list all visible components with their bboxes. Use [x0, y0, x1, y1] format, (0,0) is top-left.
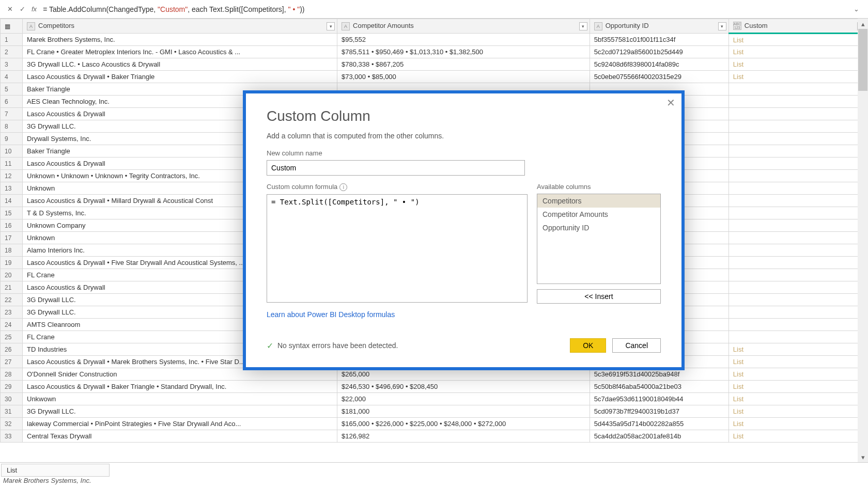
row-number[interactable]: 25 [1, 331, 23, 343]
list-link[interactable]: List [733, 420, 743, 428]
table-row[interactable]: 4Lasco Acoustics & Drywall • Baker Trian… [1, 71, 868, 83]
cell-custom[interactable]: List [729, 343, 867, 356]
cell-custom[interactable] [729, 319, 867, 331]
cell-custom[interactable] [729, 207, 867, 219]
fx-icon[interactable]: fx [29, 5, 39, 13]
row-number[interactable]: 8 [1, 120, 23, 133]
list-link[interactable]: List [733, 345, 743, 353]
cell-opportunity-id[interactable]: 5bf3557581c01f001f11c34f [590, 34, 729, 46]
cell-custom[interactable] [729, 158, 867, 170]
row-number[interactable]: 32 [1, 418, 23, 430]
cell-opportunity-id[interactable]: 5cd0973b7ff29400319b1d37 [590, 405, 729, 418]
filter-dropdown-icon[interactable]: ▾ [327, 22, 335, 30]
row-number[interactable]: 21 [1, 281, 23, 294]
cell-custom[interactable] [729, 232, 867, 244]
formula-check-icon[interactable]: ✓ [20, 5, 25, 13]
row-number[interactable]: 12 [1, 170, 23, 182]
row-number[interactable]: 17 [1, 232, 23, 244]
list-link[interactable]: List [733, 60, 743, 68]
filter-dropdown-icon[interactable]: ▾ [579, 22, 587, 30]
cell-custom[interactable] [729, 195, 867, 207]
row-number[interactable]: 27 [1, 356, 23, 368]
scroll-down-icon[interactable]: ▾ [858, 452, 868, 462]
cell-competitors[interactable]: Lasco Acoustics & Drywall • Baker Triang… [23, 71, 337, 83]
table-row[interactable]: 33G Drywall LLC. • Lasco Acoustics & Dry… [1, 58, 868, 71]
row-number[interactable]: 2 [1, 46, 23, 58]
table-row[interactable]: 2FL Crane • Greater Metroplex Interiors … [1, 46, 868, 58]
formula-expand-icon[interactable]: ⌄ [854, 5, 864, 13]
table-row[interactable]: 30Unkwown$22,0005c7dae953d61190018049b44… [1, 393, 868, 405]
cell-opportunity-id[interactable]: 5c50b8f46aba54000a21be03 [590, 381, 729, 393]
cell-amounts[interactable]: $246,530 • $496,690 • $208,450 [337, 381, 590, 393]
cell-custom[interactable] [729, 145, 867, 158]
row-number[interactable]: 30 [1, 393, 23, 405]
formula-close-icon[interactable]: ✕ [4, 4, 16, 15]
cell-custom[interactable] [729, 83, 867, 96]
column-header-competitors[interactable]: ACompetitors▾ [23, 19, 337, 34]
cell-competitors[interactable]: Marek Brothers Systems, Inc. [23, 34, 337, 46]
cell-amounts[interactable]: $95,552 [337, 34, 590, 46]
filter-dropdown-icon[interactable]: ▾ [718, 22, 726, 30]
cell-custom[interactable]: List [729, 381, 867, 393]
scroll-up-icon[interactable]: ▴ [858, 19, 868, 29]
table-row[interactable]: 29Lasco Acoustics & Drywall • Baker Tria… [1, 381, 868, 393]
cell-opportunity-id[interactable]: 5c2cd07129a856001b25d449 [590, 46, 729, 58]
cell-custom[interactable] [729, 133, 867, 145]
learn-link[interactable]: Learn about Power BI Desktop formulas [267, 310, 395, 319]
row-number[interactable]: 11 [1, 158, 23, 170]
cell-custom[interactable]: List [729, 34, 867, 46]
cell-competitors[interactable]: 3G Drywall LLC. • Lasco Acoustics & Dryw… [23, 58, 337, 71]
row-number[interactable]: 4 [1, 71, 23, 83]
cell-custom[interactable] [729, 331, 867, 343]
row-number[interactable]: 5 [1, 83, 23, 96]
ok-button[interactable]: OK [570, 338, 606, 353]
cell-custom[interactable]: List [729, 46, 867, 58]
list-link[interactable]: List [733, 370, 743, 378]
cell-custom[interactable] [729, 182, 867, 195]
row-number[interactable]: 33 [1, 430, 23, 443]
cell-competitors[interactable]: Unkwown [23, 393, 337, 405]
cell-custom[interactable] [729, 294, 867, 306]
cell-custom[interactable] [729, 306, 867, 319]
cell-custom[interactable] [729, 170, 867, 182]
row-number[interactable]: 28 [1, 368, 23, 381]
table-row[interactable]: 1Marek Brothers Systems, Inc.$95,5525bf3… [1, 34, 868, 46]
row-number[interactable]: 29 [1, 381, 23, 393]
row-number[interactable]: 10 [1, 145, 23, 158]
scroll-thumb[interactable] [858, 29, 867, 91]
info-icon[interactable]: i [339, 183, 347, 191]
cell-amounts[interactable]: $73,000 • $85,000 [337, 71, 590, 83]
cell-amounts[interactable]: $785,511 • $950,469 • $1,013,310 • $1,38… [337, 46, 590, 58]
cell-amounts[interactable]: $165,000 • $226,000 • $225,000 • $248,00… [337, 418, 590, 430]
row-number[interactable]: 9 [1, 133, 23, 145]
row-number[interactable]: 23 [1, 306, 23, 319]
cell-competitors[interactable]: lakeway Commercial • PinPoint Strategies… [23, 418, 337, 430]
cell-opportunity-id[interactable]: 5d4435a95d714b002282a855 [590, 418, 729, 430]
column-header-custom[interactable]: ABC123Custom⤢ [729, 19, 867, 34]
cell-custom[interactable] [729, 96, 867, 108]
cell-competitors[interactable]: 3G Drywall LLC. [23, 405, 337, 418]
row-number[interactable]: 19 [1, 257, 23, 269]
new-column-name-input[interactable] [267, 160, 525, 176]
row-number[interactable]: 13 [1, 182, 23, 195]
cell-custom[interactable] [729, 244, 867, 257]
row-number[interactable]: 16 [1, 219, 23, 232]
cell-custom[interactable]: List [729, 58, 867, 71]
row-number[interactable]: 22 [1, 294, 23, 306]
cell-custom[interactable]: List [729, 356, 867, 368]
cancel-button[interactable]: Cancel [612, 338, 661, 353]
row-number[interactable]: 31 [1, 405, 23, 418]
cell-amounts[interactable]: $22,000 [337, 393, 590, 405]
available-columns-list[interactable]: Competitors Competitor Amounts Opportuni… [537, 194, 661, 284]
list-link[interactable]: List [733, 395, 743, 403]
cell-competitors[interactable]: Lasco Acoustics & Drywall • Baker Triang… [23, 381, 337, 393]
available-column-item[interactable]: Opportunity ID [537, 221, 660, 234]
row-number[interactable]: 3 [1, 58, 23, 71]
list-link[interactable]: List [733, 383, 743, 390]
table-row[interactable]: 32lakeway Commercial • PinPoint Strategi… [1, 418, 868, 430]
list-link[interactable]: List [733, 73, 743, 81]
cell-opportunity-id[interactable]: 5ca4dd2a058ac2001afe814b [590, 430, 729, 443]
list-link[interactable]: List [733, 407, 743, 415]
list-link[interactable]: List [733, 48, 743, 56]
cell-custom[interactable] [729, 257, 867, 269]
